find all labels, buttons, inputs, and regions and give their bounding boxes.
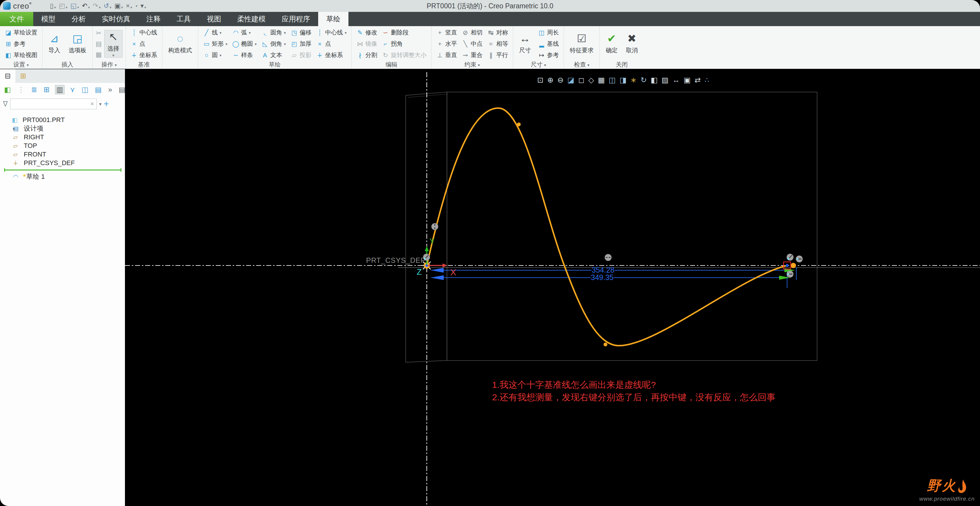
- fillet-button[interactable]: ◟ 圆角: [260, 29, 288, 37]
- palette-button[interactable]: ◲ 选项板: [65, 32, 89, 56]
- cancel-button[interactable]: ✖ 取消: [623, 32, 641, 56]
- corner-button[interactable]: ⌐ 拐角: [380, 40, 428, 48]
- group-label-settings[interactable]: 设置: [3, 61, 39, 69]
- show-button[interactable]: ◧: [3, 85, 12, 94]
- offset-button[interactable]: ◳ 偏移: [289, 29, 313, 37]
- divide-button[interactable]: ∤ 分割: [355, 51, 379, 59]
- repaint-icon[interactable]: ◪: [568, 76, 574, 84]
- tree-item-top-plane[interactable]: ▱ TOP: [0, 141, 125, 150]
- tree-item-prt-csys-def[interactable]: ∔ PRT_CSYS_DEF: [0, 158, 125, 167]
- dimension-354-28[interactable]: 354.28: [431, 266, 795, 274]
- dimension-button[interactable]: ↔ 尺寸: [516, 32, 534, 56]
- group-label-inspect[interactable]: 检查: [567, 61, 597, 69]
- drag-handle-tangent[interactable]: [796, 256, 803, 262]
- project-button[interactable]: ▱ 投影: [289, 51, 313, 59]
- sketch-setup-button[interactable]: ◪ 草绘设置: [3, 29, 39, 37]
- csys-label[interactable]: PRT_CSYS_DEF: [366, 256, 425, 264]
- shaded-display-icon[interactable]: ◧: [651, 76, 658, 84]
- tab-file[interactable]: 文件: [0, 12, 33, 26]
- rotate-resize-button[interactable]: ↻ 旋转调整大小: [380, 51, 428, 59]
- plane-display-icon[interactable]: ◫: [609, 76, 616, 84]
- spline-interpolation-point[interactable]: [517, 123, 521, 126]
- tangent-constraint-button[interactable]: ⊘ 相切: [460, 29, 484, 37]
- toggle-display-icon[interactable]: ⇄: [695, 76, 701, 84]
- horizontal-constraint-button[interactable]: + 水平: [434, 40, 459, 48]
- circle-button[interactable]: ○ 圆: [201, 51, 229, 59]
- tree-filter-field[interactable]: ×: [10, 99, 97, 109]
- plane-tag-display-icon[interactable]: ◨: [620, 76, 627, 84]
- graphics-area[interactable]: ⊡ ⊕ ⊖ ◪ ◻: [125, 69, 980, 506]
- baseline-dimension-button[interactable]: ▂ 基线: [536, 40, 561, 48]
- thicken-button[interactable]: ◰ 加厚: [289, 40, 313, 48]
- chamfer-button[interactable]: ◺ 倒角: [260, 40, 288, 48]
- tree-item-front-plane[interactable]: ▱ FRONT: [0, 150, 125, 158]
- coincident-constraint-button[interactable]: ⊸ 重合: [460, 51, 484, 59]
- transparency-display-icon[interactable]: ▨: [662, 76, 669, 84]
- right-plane-outline[interactable]: [406, 92, 447, 362]
- modify-button[interactable]: ✎ 修改: [355, 29, 379, 37]
- tab-flexible-modeling[interactable]: 柔性建模: [229, 12, 274, 26]
- tab-model[interactable]: 模型: [33, 12, 64, 26]
- sketch-plane-outline[interactable]: [447, 92, 817, 361]
- reference-dimension-button[interactable]: ↦ 参考: [536, 51, 561, 59]
- saved-orientations-icon[interactable]: ◇: [588, 76, 594, 84]
- zoom-fit-icon[interactable]: ⊡: [537, 76, 543, 84]
- tree-item-prt0001[interactable]: ◧ PRT0001.PRT: [0, 115, 125, 124]
- add-filter-button[interactable]: +: [104, 99, 109, 109]
- tab-sketch[interactable]: 草绘: [318, 12, 348, 26]
- copy-button[interactable]: ▤: [95, 40, 102, 48]
- tab-live-simulation[interactable]: 实时仿真: [94, 12, 138, 26]
- insertion-indicator[interactable]: [4, 169, 121, 171]
- sketch-csys-button[interactable]: ∔ 坐标系: [314, 51, 348, 59]
- drag-handle-vertical[interactable]: [431, 223, 438, 230]
- delete-segment-button[interactable]: ∽ 删除段: [380, 29, 428, 37]
- rectangle-button[interactable]: ▭ 矩形: [201, 40, 229, 48]
- datum-centerline-button[interactable]: ┊ 中心线: [129, 29, 159, 37]
- arc-button[interactable]: ◠ 弧: [230, 29, 258, 37]
- tab-analysis[interactable]: 分析: [64, 12, 94, 26]
- toolbar-separator[interactable]: ⋮: [16, 85, 26, 94]
- clear-filter-icon[interactable]: ×: [90, 100, 94, 108]
- zoom-out-icon[interactable]: ⊖: [557, 76, 563, 84]
- tab-tools[interactable]: 工具: [169, 12, 199, 26]
- cut-button[interactable]: ✂: [96, 29, 101, 37]
- datum-csys-button[interactable]: ∔ 坐标系: [129, 51, 159, 59]
- tree-item-sketch-1[interactable]: ◠ * 草绘 1: [0, 172, 125, 181]
- drag-handle-tangent[interactable]: [787, 271, 794, 278]
- dimension-display-icon[interactable]: ↔: [673, 76, 680, 84]
- parallel-constraint-button[interactable]: ∥ 平行: [485, 51, 510, 59]
- model-tree-tab[interactable]: ⊟: [0, 69, 16, 83]
- drag-handle-pencil[interactable]: [423, 254, 430, 261]
- ellipse-button[interactable]: ◯ 椭圆: [230, 40, 258, 48]
- tree-columns-toggle-button[interactable]: ▥: [55, 85, 65, 94]
- tree-column-display-button[interactable]: ◫: [80, 85, 90, 94]
- group-label-operations[interactable]: 操作: [95, 61, 123, 69]
- tab-applications[interactable]: 应用程序: [274, 12, 318, 26]
- datum-point-button[interactable]: × 点: [129, 40, 159, 48]
- filter-dropdown-icon[interactable]: ▾: [99, 101, 102, 107]
- text-button[interactable]: A 文本: [260, 51, 288, 59]
- zoom-in-icon[interactable]: ⊕: [547, 76, 554, 84]
- perimeter-dimension-button[interactable]: ◫ 周长: [536, 29, 561, 37]
- perpendicular-constraint-button[interactable]: ⊥ 垂直: [434, 51, 459, 59]
- ok-button[interactable]: ✔ 确定: [603, 32, 620, 56]
- folder-browser-tab[interactable]: ⊞: [16, 69, 31, 83]
- sketch-point-button[interactable]: × 点: [314, 40, 348, 48]
- spline-curve[interactable]: [427, 108, 787, 346]
- import-button[interactable]: ⊿ 导入: [45, 32, 63, 56]
- group-label-constraints[interactable]: 约束: [434, 61, 510, 69]
- expand-all-button[interactable]: ≣: [30, 85, 38, 94]
- dimension-349-35[interactable]: 349.35: [431, 273, 790, 281]
- view-manager-icon[interactable]: ▦: [598, 76, 605, 84]
- tree-item-design-items[interactable]: ▸ ▤ 设计项: [0, 124, 125, 133]
- sketch-orientation-icon[interactable]: ↻: [641, 76, 647, 84]
- sketch-view-button[interactable]: ◧ 草绘视图: [3, 51, 39, 59]
- datum-display-filter-icon[interactable]: ∗: [630, 76, 636, 84]
- sketch-centerline-button[interactable]: ┊ 中心线: [314, 29, 348, 37]
- mirror-button[interactable]: ⋈ 镜像: [355, 40, 379, 48]
- overflow-button[interactable]: »: [107, 85, 113, 94]
- drag-handle-horizontal[interactable]: [605, 254, 612, 261]
- references-button[interactable]: ⊞ 参考: [3, 40, 39, 48]
- tree-filter-input[interactable]: [10, 99, 97, 109]
- drag-handle-pencil[interactable]: [787, 254, 794, 261]
